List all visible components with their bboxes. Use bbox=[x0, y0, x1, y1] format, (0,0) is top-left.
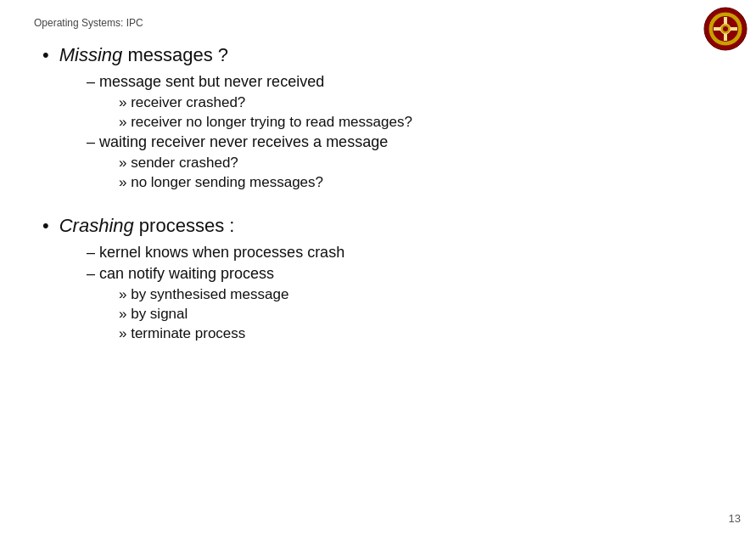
sub-sub-terminate: » terminate process bbox=[119, 325, 722, 342]
section-missing-messages: • Missing messages ? – message sent but … bbox=[42, 44, 722, 191]
sub-item-waiting: – waiting receiver never receives a mess… bbox=[87, 133, 722, 151]
svg-point-6 bbox=[723, 26, 728, 31]
university-logo bbox=[703, 7, 748, 51]
svg-point-10 bbox=[734, 27, 737, 31]
sub-sub-receiver-crashed: » receiver crashed? bbox=[119, 94, 722, 111]
missing-rest: messages ? bbox=[122, 44, 228, 65]
missing-italic: Missing bbox=[59, 44, 123, 65]
sub-item-notify: – can notify waiting process bbox=[87, 265, 722, 283]
crashing-italic: Crashing bbox=[59, 215, 134, 236]
crashing-label: Crashing processes : bbox=[59, 215, 235, 237]
sub-item-sent: – message sent but never received bbox=[87, 73, 722, 91]
slide: Operating Systems: IPC • Missi bbox=[0, 0, 756, 535]
bullet-dot-2: • bbox=[42, 215, 49, 237]
svg-point-7 bbox=[724, 17, 727, 20]
bullet-main-missing: • Missing messages ? bbox=[42, 44, 722, 66]
sub-sub-sender-crashed: » sender crashed? bbox=[119, 155, 722, 172]
bullet-dot-1: • bbox=[42, 44, 49, 66]
bullet-main-crashing: • Crashing processes : bbox=[42, 215, 722, 237]
sub-sub-no-longer-sending: » no longer sending messages? bbox=[119, 174, 722, 191]
sub-item-kernel: – kernel knows when processes crash bbox=[87, 244, 722, 262]
section-crashing-processes: • Crashing processes : – kernel knows wh… bbox=[42, 215, 722, 342]
missing-label: Missing messages ? bbox=[59, 44, 228, 66]
sub-sub-no-longer-reading: » receiver no longer trying to read mess… bbox=[119, 114, 722, 131]
page-number: 13 bbox=[729, 512, 741, 525]
sub-sub-signal: » by signal bbox=[119, 306, 722, 323]
svg-point-8 bbox=[724, 37, 727, 41]
svg-point-9 bbox=[714, 27, 717, 31]
slide-header: Operating Systems: IPC bbox=[34, 17, 722, 29]
sub-sub-synthesised: » by synthesised message bbox=[119, 286, 722, 303]
slide-content: • Missing messages ? – message sent but … bbox=[34, 44, 722, 342]
crashing-rest: processes : bbox=[134, 215, 235, 236]
